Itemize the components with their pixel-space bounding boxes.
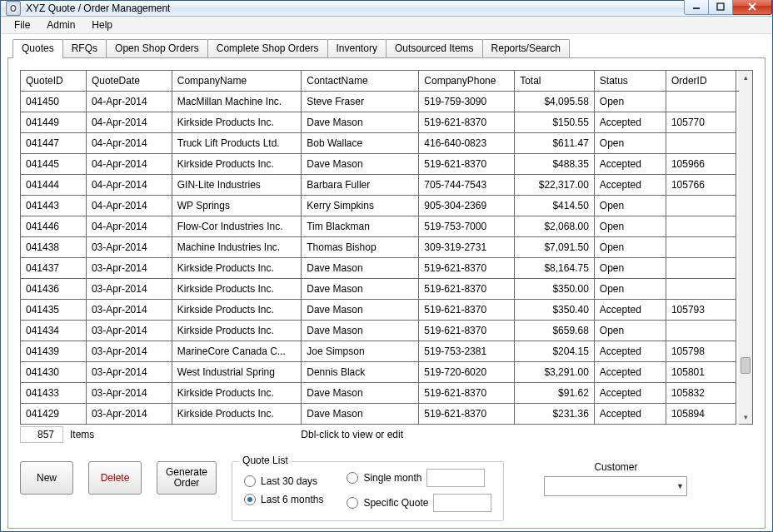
cell-quotedate[interactable]: 04-Apr-2014 bbox=[86, 154, 172, 175]
cell-orderid[interactable]: 105966 bbox=[666, 154, 736, 175]
cell-quoteid[interactable]: 041449 bbox=[21, 112, 87, 133]
cell-companyphone[interactable]: 519-753-2381 bbox=[419, 341, 515, 362]
scroll-thumb[interactable] bbox=[741, 357, 751, 374]
scroll-up-icon[interactable]: ▴ bbox=[739, 71, 752, 84]
table-row[interactable]: 04144704-Apr-2014Truck Lift Products Ltd… bbox=[21, 133, 753, 154]
cell-orderid[interactable] bbox=[666, 92, 736, 112]
cell-total[interactable]: $204.15 bbox=[515, 341, 595, 362]
cell-companyphone[interactable]: 309-319-2731 bbox=[419, 237, 515, 258]
cell-status[interactable]: Accepted bbox=[594, 300, 666, 321]
cell-quotedate[interactable]: 04-Apr-2014 bbox=[86, 112, 172, 133]
cell-quotedate[interactable]: 03-Apr-2014 bbox=[86, 258, 172, 279]
cell-orderid[interactable]: 105798 bbox=[666, 341, 736, 362]
cell-status[interactable]: Accepted bbox=[594, 341, 666, 362]
cell-quoteid[interactable]: 041433 bbox=[21, 383, 87, 404]
minimize-button[interactable] bbox=[684, 0, 709, 15]
cell-quotedate[interactable]: 04-Apr-2014 bbox=[86, 196, 172, 216]
cell-contactname[interactable]: Dave Mason bbox=[302, 404, 419, 425]
cell-total[interactable]: $3,291.00 bbox=[515, 362, 595, 383]
table-row[interactable]: 04143903-Apr-2014MarineCore Canada C...J… bbox=[21, 341, 753, 362]
cell-quotedate[interactable]: 03-Apr-2014 bbox=[86, 383, 172, 404]
cell-status[interactable]: Open bbox=[594, 321, 666, 341]
menu-help[interactable]: Help bbox=[83, 17, 121, 33]
table-row[interactable]: 04144604-Apr-2014Flow-Cor Industries Inc… bbox=[21, 216, 753, 237]
cell-total[interactable]: $91.62 bbox=[515, 383, 595, 404]
cell-total[interactable]: $414.50 bbox=[515, 196, 595, 216]
cell-companyname[interactable]: Flow-Cor Industries Inc. bbox=[172, 216, 301, 237]
cell-quotedate[interactable]: 03-Apr-2014 bbox=[86, 300, 172, 321]
radio-last30[interactable]: Last 30 days bbox=[244, 475, 323, 487]
cell-contactname[interactable]: Barbara Fuller bbox=[302, 175, 419, 196]
cell-total[interactable]: $150.55 bbox=[515, 112, 595, 133]
cell-quotedate[interactable]: 03-Apr-2014 bbox=[86, 237, 172, 258]
menu-file[interactable]: File bbox=[6, 17, 38, 33]
cell-companyname[interactable]: Kirkside Products Inc. bbox=[172, 404, 301, 425]
cell-status[interactable]: Accepted bbox=[594, 383, 666, 404]
cell-contactname[interactable]: Tim Blackman bbox=[302, 216, 419, 237]
cell-quoteid[interactable]: 041439 bbox=[21, 341, 87, 362]
cell-companyphone[interactable]: 519-621-8370 bbox=[419, 321, 515, 341]
cell-quoteid[interactable]: 041445 bbox=[21, 154, 87, 175]
cell-contactname[interactable]: Dave Mason bbox=[302, 321, 419, 341]
single-month-input[interactable] bbox=[426, 469, 485, 487]
cell-status[interactable]: Accepted bbox=[594, 154, 666, 175]
customer-combo[interactable]: ▼ bbox=[544, 476, 687, 496]
cell-contactname[interactable]: Dave Mason bbox=[302, 300, 419, 321]
cell-quoteid[interactable]: 041446 bbox=[21, 216, 87, 237]
delete-button[interactable]: Delete bbox=[88, 461, 142, 495]
cell-contactname[interactable]: Steve Fraser bbox=[302, 92, 419, 112]
cell-quotedate[interactable]: 04-Apr-2014 bbox=[86, 92, 172, 112]
cell-companyphone[interactable]: 519-621-8370 bbox=[419, 279, 515, 300]
cell-total[interactable]: $611.47 bbox=[515, 133, 595, 154]
cell-companyphone[interactable]: 519-621-8370 bbox=[419, 300, 515, 321]
cell-total[interactable]: $231.36 bbox=[515, 404, 595, 425]
cell-quotedate[interactable]: 04-Apr-2014 bbox=[86, 175, 172, 196]
cell-companyname[interactable]: MarineCore Canada C... bbox=[172, 341, 301, 362]
cell-companyname[interactable]: MacMillan Machine Inc. bbox=[172, 92, 301, 112]
cell-companyphone[interactable]: 519-621-8370 bbox=[419, 154, 515, 175]
radio-specific-quote[interactable]: Specific Quote bbox=[347, 494, 491, 512]
cell-quoteid[interactable]: 041438 bbox=[21, 237, 87, 258]
cell-total[interactable]: $350.00 bbox=[515, 279, 595, 300]
cell-orderid[interactable] bbox=[666, 321, 736, 341]
cell-quoteid[interactable]: 041447 bbox=[21, 133, 87, 154]
cell-contactname[interactable]: Kerry Simpkins bbox=[302, 196, 419, 216]
tab-outsourced-items[interactable]: Outsourced Items bbox=[386, 39, 483, 57]
cell-companyphone[interactable]: 519-753-7000 bbox=[419, 216, 515, 237]
cell-orderid[interactable] bbox=[666, 133, 736, 154]
table-row[interactable]: 04143803-Apr-2014Machine Industries Inc.… bbox=[21, 237, 753, 258]
cell-orderid[interactable] bbox=[666, 216, 736, 237]
cell-status[interactable]: Accepted bbox=[594, 112, 666, 133]
cell-companyphone[interactable]: 519-621-8370 bbox=[419, 404, 515, 425]
cell-quotedate[interactable]: 03-Apr-2014 bbox=[86, 362, 172, 383]
table-row[interactable]: 04143403-Apr-2014Kirkside Products Inc.D… bbox=[21, 321, 753, 341]
menu-admin[interactable]: Admin bbox=[38, 17, 83, 33]
cell-contactname[interactable]: Dave Mason bbox=[302, 279, 419, 300]
table-row[interactable]: 04143003-Apr-2014West Industrial SpringD… bbox=[21, 362, 753, 383]
cell-contactname[interactable]: Joe Simpson bbox=[302, 341, 419, 362]
cell-companyname[interactable]: Kirkside Products Inc. bbox=[172, 258, 301, 279]
cell-status[interactable]: Open bbox=[594, 258, 666, 279]
table-row[interactable]: 04143603-Apr-2014Kirkside Products Inc.D… bbox=[21, 279, 753, 300]
cell-orderid[interactable] bbox=[666, 237, 736, 258]
maximize-button[interactable] bbox=[709, 0, 733, 15]
table-row[interactable]: 04144304-Apr-2014WP SpringsKerry Simpkin… bbox=[21, 196, 753, 216]
cell-contactname[interactable]: Dave Mason bbox=[302, 258, 419, 279]
cell-quotedate[interactable]: 03-Apr-2014 bbox=[86, 341, 172, 362]
cell-quoteid[interactable]: 041430 bbox=[21, 362, 87, 383]
col-companyphone[interactable]: CompanyPhone bbox=[419, 71, 515, 92]
cell-companyname[interactable]: Truck Lift Products Ltd. bbox=[172, 133, 301, 154]
cell-quotedate[interactable]: 04-Apr-2014 bbox=[86, 133, 172, 154]
table-row[interactable]: 04143703-Apr-2014Kirkside Products Inc.D… bbox=[21, 258, 753, 279]
cell-quoteid[interactable]: 041450 bbox=[21, 92, 87, 112]
cell-quoteid[interactable]: 041437 bbox=[21, 258, 87, 279]
cell-status[interactable]: Accepted bbox=[594, 362, 666, 383]
radio-single-month[interactable]: Single month bbox=[347, 469, 491, 487]
tab-inventory[interactable]: Inventory bbox=[327, 39, 386, 57]
cell-companyname[interactable]: WP Springs bbox=[172, 196, 301, 216]
radio-last6[interactable]: Last 6 months bbox=[244, 494, 323, 505]
cell-quoteid[interactable]: 041443 bbox=[21, 196, 87, 216]
tab-rfqs[interactable]: RFQs bbox=[62, 39, 107, 57]
table-row[interactable]: 04144904-Apr-2014Kirkside Products Inc.D… bbox=[21, 112, 753, 133]
cell-status[interactable]: Accepted bbox=[594, 404, 666, 425]
